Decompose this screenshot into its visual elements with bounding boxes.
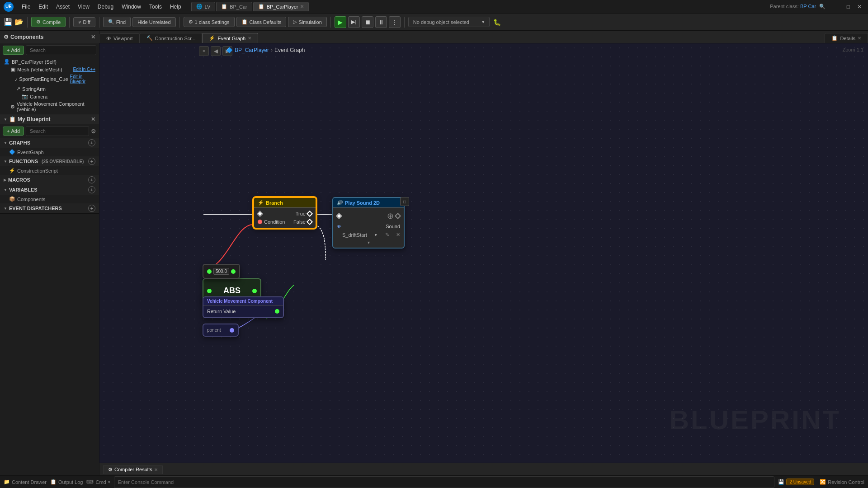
sound-exec-in-pin[interactable] [336, 213, 342, 219]
component-item-sound[interactable]: ♪ SportFastEngine_Cue Edit in Blueprir [0, 73, 99, 85]
menu-window[interactable]: Window [118, 3, 145, 11]
menu-view[interactable]: View [74, 3, 93, 11]
unsaved-button[interactable]: 💾 2 Unsaved [778, 479, 814, 485]
component-item-vehicle[interactable]: ⚙ Vehicle Movement Component (Vehicle) [0, 100, 99, 113]
tab-construction[interactable]: 🔨 Construction Scr... [140, 33, 203, 43]
nav-dropdown[interactable]: ≡ [199, 46, 209, 56]
revision-control-button[interactable]: 🔀 Revision Control [820, 479, 864, 485]
tab-viewport[interactable]: 👁 Viewport [99, 33, 140, 43]
play-button[interactable]: ▶ [335, 16, 346, 28]
more-button[interactable]: ⋮ [389, 16, 401, 28]
step-button[interactable]: ▶| [348, 16, 360, 28]
debug-icon[interactable]: 🐛 [493, 19, 501, 26]
tab-bp-carplayer[interactable]: 📋 BP_CarPlayer ✕ [253, 2, 309, 11]
find-button[interactable]: 🔍 Find [103, 17, 131, 27]
breadcrumb-root[interactable]: BP_CarPlayer [235, 47, 269, 53]
section-functions[interactable]: ▼ FUNCTIONS (25 OVERRIDABLE) + [0, 156, 99, 166]
move-handle[interactable]: ⊕ [387, 211, 394, 221]
search-parent-icon[interactable]: 🔍 [819, 4, 826, 9]
maximize-button[interactable]: □ [844, 4, 853, 10]
mybp-search-input[interactable] [26, 126, 89, 136]
branch-exec-in-pin[interactable] [257, 211, 263, 217]
class-defaults-button[interactable]: 📋 Class Defaults [236, 17, 287, 27]
value-out-pin[interactable] [231, 269, 236, 274]
value-in-pin[interactable] [207, 269, 212, 274]
menu-debug[interactable]: Debug [94, 3, 117, 11]
section-event-dispatchers[interactable]: ▼ EVENT DISPATCHERS + [0, 203, 99, 213]
node-play-sound[interactable]: 🔊 Play Sound 2D ⊕ 👁 Sound [332, 197, 405, 249]
dispatchers-add-button[interactable]: + [88, 205, 95, 212]
section-variables[interactable]: ▼ VARIABLES + [0, 185, 99, 195]
node-value-500[interactable]: 500.0 [203, 264, 240, 279]
component-ref-pin[interactable] [230, 328, 234, 333]
macros-add-button[interactable]: + [88, 176, 95, 183]
compiler-results-close[interactable]: ✕ [154, 467, 158, 472]
abs-in-pin[interactable] [207, 289, 212, 293]
variables-add-button[interactable]: + [88, 186, 95, 193]
menu-asset[interactable]: Asset [52, 3, 73, 11]
section-macros[interactable]: ▶ MACROS + [0, 175, 99, 185]
menu-tools[interactable]: Tools [146, 3, 165, 11]
section-construction-script[interactable]: ⚡ ConstructionScript [0, 166, 99, 175]
component-item-mesh[interactable]: ▣ Mesh (VehicleMesh) Edit in C++ [0, 66, 99, 73]
node-branch[interactable]: ⚡ Branch True Condition False [253, 197, 316, 229]
menu-edit[interactable]: Edit [35, 3, 52, 11]
compiler-results-tab[interactable]: ⚙ Compiler Results ✕ [103, 465, 163, 474]
menu-help[interactable]: Help [166, 3, 185, 11]
content-drawer-button[interactable]: 📁 Content Drawer [4, 479, 47, 485]
close-button[interactable]: ✕ [854, 4, 864, 10]
hide-unrelated-button[interactable]: Hide Unrelated [132, 17, 175, 27]
sound-dropdown-icon[interactable]: ▾ [375, 233, 377, 237]
nav-back[interactable]: ◀ [211, 46, 221, 56]
component-item-springarm[interactable]: ↗ SpringArm [0, 85, 99, 93]
branch-condition-pin[interactable] [258, 220, 262, 224]
branch-false-pin[interactable] [307, 219, 313, 225]
stop-button[interactable]: ⏹ [362, 16, 373, 28]
class-settings-button[interactable]: ⚙ 1 class Settings [184, 17, 235, 27]
section-event-graph[interactable]: 🔷 EventGraph [0, 148, 99, 156]
minimize-button[interactable]: ─ [833, 4, 842, 10]
components-search-input[interactable] [26, 45, 96, 55]
components-add-button[interactable]: + Add [3, 46, 24, 55]
abs-out-pin[interactable] [252, 289, 257, 293]
simulation-button[interactable]: ▷ Simulation [288, 17, 326, 27]
sound-edit-link[interactable]: Edit in Blueprir [70, 74, 95, 84]
mybp-header[interactable]: ▼ 📋 My Blueprint ✕ [0, 114, 99, 124]
details-tab-close[interactable]: ✕ [858, 36, 861, 41]
mesh-edit-link[interactable]: Edit in C++ [73, 67, 95, 72]
compile-button[interactable]: ⚙ Compile [31, 17, 66, 27]
console-input[interactable] [114, 476, 775, 488]
node-vehicle[interactable]: Vehicle Movement Component Return Value [203, 296, 284, 318]
tab-bp-car[interactable]: 📋 BP_Car [216, 2, 252, 11]
sound-clear-icon[interactable]: ✕ [396, 232, 400, 238]
component-item-self[interactable]: 👤 BP_CarPlayer (Self) [0, 58, 99, 66]
sound-exec-out-pin[interactable] [395, 213, 401, 219]
sound-collapse-button[interactable]: □ [400, 197, 409, 206]
cmd-button[interactable]: ⌨ Cmd ▾ [86, 479, 110, 485]
graphs-add-button[interactable]: + [88, 139, 95, 146]
diff-button[interactable]: ≠ Diff [73, 17, 95, 27]
tab-bp-carplayer-close[interactable]: ✕ [300, 4, 304, 9]
section-components-var[interactable]: 📦 Components [0, 195, 99, 203]
output-log-button[interactable]: 📋 Output Log [50, 479, 83, 485]
event-graph-tab-close[interactable]: ✕ [248, 36, 251, 41]
branch-true-pin[interactable] [307, 211, 313, 217]
components-close[interactable]: ✕ [91, 34, 95, 40]
section-graphs[interactable]: ▼ GRAPHS + [0, 138, 99, 148]
sound-expand[interactable]: ▾ [333, 239, 404, 246]
menu-file[interactable]: File [18, 3, 34, 11]
functions-add-button[interactable]: + [88, 158, 95, 165]
node-component-ref[interactable]: ponent [203, 324, 239, 337]
mybp-add-button[interactable]: + Add [3, 127, 24, 136]
pause-button[interactable]: ⏸ [375, 16, 387, 28]
graph-area[interactable]: ≡ ◀ ▶ 🔷 BP_CarPlayer › Event Graph Zoom … [99, 43, 868, 463]
tab-lv[interactable]: 🌐 LV [191, 2, 216, 11]
debug-selector[interactable]: No debug object selected ▾ [408, 17, 490, 27]
mybp-close[interactable]: ✕ [91, 116, 95, 122]
toolbar-icon-open[interactable]: 📂 [14, 18, 24, 26]
vehicle-return-pin[interactable] [275, 309, 279, 314]
sound-edit-icon[interactable]: ✎ [385, 232, 389, 238]
tab-event-graph[interactable]: ⚡ Event Graph ✕ [202, 33, 258, 43]
tab-details[interactable]: 📋 Details ✕ [825, 33, 868, 43]
mybp-settings-icon[interactable]: ⚙ [91, 128, 96, 135]
